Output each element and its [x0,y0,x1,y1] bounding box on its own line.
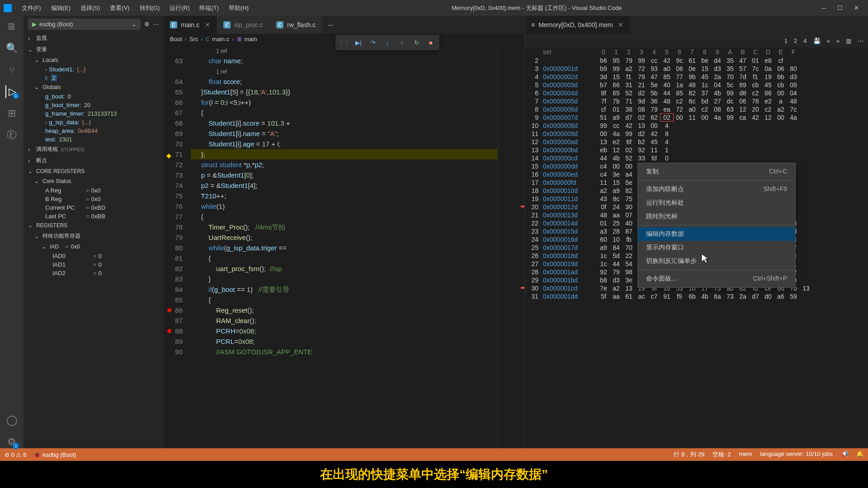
feedback-icon[interactable]: 📢 [841,450,848,459]
menu-edit[interactable]: 编辑(E) [47,2,75,14]
next-icon[interactable]: » [836,38,840,44]
context-menu-item[interactable]: 运行到光标处 [638,196,795,210]
core-registers-section[interactable]: ⌄CORE REGISTERS [24,166,164,176]
remote-icon[interactable]: Ⓔ [5,129,18,141]
tab-rw-flash[interactable]: Crw_flash.c [270,16,322,34]
reg-item[interactable]: Last PC= 0xBB [24,212,164,221]
menu-bar: 文件(F) 编辑(E) 选择(S) 查看(V) 转到(G) 运行(R) 终端(T… [17,2,253,14]
badge: 1 [13,93,19,99]
reg-item[interactable]: B Reg= 0x0 [24,195,164,203]
tab-main-c[interactable]: Cmain.c✕ [164,16,217,34]
c-file-icon: C [206,37,209,42]
var-item[interactable]: g_frame_timer:213133713 [24,109,164,118]
cursor-position[interactable]: 行 9，列 29 [674,450,704,459]
iad-section[interactable]: ⌄IAD= 0x0 [24,242,164,252]
callstack-section[interactable]: ›调用堆栈STOPPED [24,144,164,155]
step-into-button[interactable]: ↓ [381,37,394,48]
source-control-icon[interactable]: ⑂ [5,64,18,76]
var-item[interactable]: ›g_isp_data:{...} [24,118,164,127]
badge: 1 [13,443,19,449]
continue-button[interactable]: ▶| [352,37,365,48]
locals-section[interactable]: ⌄Locals [24,55,164,65]
menu-file[interactable]: 文件(F) [17,2,46,14]
language-mode[interactable]: mem [739,450,752,459]
minimize-button[interactable]: ─ [820,5,827,11]
problems-button[interactable]: ⊘ 0 ⚠ 8 [5,451,26,458]
window-title: Memory[0xD, 0x400].mem - 无标题 (工作区) - Vis… [253,4,820,12]
mem-width-4[interactable]: 4 [803,38,807,44]
globals-section[interactable]: ⌄Globals [24,82,164,92]
close-button[interactable]: ✕ [853,5,860,11]
split-icon[interactable]: ▥ [846,38,851,44]
settings-icon[interactable]: ⚙1 [5,436,18,448]
context-menu-item[interactable]: 添加内联断点Shift+F9 [638,183,795,196]
search-icon[interactable]: 🔍 [5,42,18,55]
more-icon[interactable]: ⋯ [858,38,863,44]
breakpoints-section[interactable]: ›断点 [24,155,164,166]
minimap[interactable] [497,44,524,448]
launch-config-select[interactable]: ▶ esdbg (Boot) ⌄ [28,19,141,30]
variables-section[interactable]: ⌄变量 [24,44,164,55]
window-controls: ─ ☐ ✕ [820,5,864,11]
sfr-section[interactable]: ⌄特殊功能寄存器 [24,230,164,242]
function-icon: ⊞ [237,36,242,42]
grip-icon[interactable]: ⋮⋮ [337,37,351,48]
step-over-button[interactable]: ↷ [366,37,380,48]
menu-go[interactable]: 转到(G) [135,2,165,14]
explorer-icon[interactable]: 🗎 [5,20,18,33]
reg-item[interactable]: A Reg= 0x0 [24,186,164,195]
registers-section[interactable]: ⌄REGISTERS [24,221,164,230]
restart-button[interactable]: ↻ [410,37,423,48]
context-menu-item[interactable]: 切换到反汇编单步 [638,254,795,268]
var-item[interactable]: heap_area:0x4B44 [24,127,164,135]
language-server-status[interactable]: language server: 10/10 jobs [760,450,833,459]
activity-bar: 🗎 🔍 ⑂ ▷1 ⊞ Ⓔ ◯ ⚙1 [0,16,24,448]
more-icon[interactable]: ⋯ [153,21,159,28]
indentation-button[interactable]: 空格: 2 [712,450,731,459]
reg-item[interactable]: IAD0= 0 [24,252,164,260]
maximize-button[interactable]: ☐ [836,5,844,11]
cursor-icon [701,253,710,264]
step-out-button[interactable]: ↑ [395,37,409,48]
menu-view[interactable]: 查看(V) [105,2,134,14]
context-menu-item[interactable]: 编辑内存数据 [638,227,795,241]
var-item[interactable]: g_boot:0 [24,92,164,101]
c-file-icon: C [170,21,177,28]
debug-status[interactable]: 🐞 esdbg (Boot) [33,451,76,458]
extensions-icon[interactable]: ⊞ [5,107,18,120]
var-item[interactable]: ›Student1:{...} [24,65,164,74]
var-item[interactable]: g_boot_timer:20 [24,101,164,109]
reg-item[interactable]: IAD2= 0 [24,269,164,277]
menu-terminal[interactable]: 终端(T) [195,2,223,14]
close-icon[interactable]: ✕ [618,21,623,28]
context-menu-item[interactable]: 跳转到光标 [638,210,795,223]
code-editor[interactable]: 1 ref char name; 1 ref float score; }Stu… [191,44,497,448]
watch-section[interactable]: ›监视 [24,33,164,44]
line-gutter[interactable]: 636465666768697071◆727374757677787980818… [164,44,191,448]
gear-icon[interactable]: ⚙ [144,21,150,28]
var-item[interactable]: test:2301 [24,135,164,144]
tab-isp-proc[interactable]: Cisp_proc.c [217,16,270,34]
close-icon[interactable]: ✕ [205,21,210,28]
tab-overflow-button[interactable]: ⋯ [322,16,339,34]
var-item[interactable]: i:2 [24,74,164,82]
bell-icon[interactable]: 🔔 [856,450,863,459]
mem-width-2[interactable]: 2 [794,38,797,44]
account-icon[interactable]: ◯ [5,414,18,427]
menu-help[interactable]: 帮助(H) [224,2,253,14]
context-menu-item[interactable]: 显示内存窗口 [638,241,795,254]
save-icon[interactable]: 💾 [813,38,821,44]
reg-item[interactable]: Current PC= 0xBD [24,203,164,212]
debug-icon[interactable]: ▷1 [5,85,18,98]
core-status-section[interactable]: ⌄Core Status [24,176,164,186]
tab-memory[interactable]: ≡Memory[0xD, 0x400].mem✕ [525,16,630,34]
titlebar: 文件(F) 编辑(E) 选择(S) 查看(V) 转到(G) 运行(R) 终端(T… [0,0,868,16]
context-menu-item[interactable]: 命令面板...Ctrl+Shift+P [638,272,795,286]
prev-icon[interactable]: « [827,38,830,44]
mem-width-1[interactable]: 1 [784,38,788,44]
stop-button[interactable]: ■ [424,37,438,48]
reg-item[interactable]: IAD1= 0 [24,260,164,269]
menu-run[interactable]: 运行(R) [165,2,194,14]
context-menu-item[interactable]: 复制Ctrl+C [638,165,795,178]
menu-selection[interactable]: 选择(S) [76,2,104,14]
